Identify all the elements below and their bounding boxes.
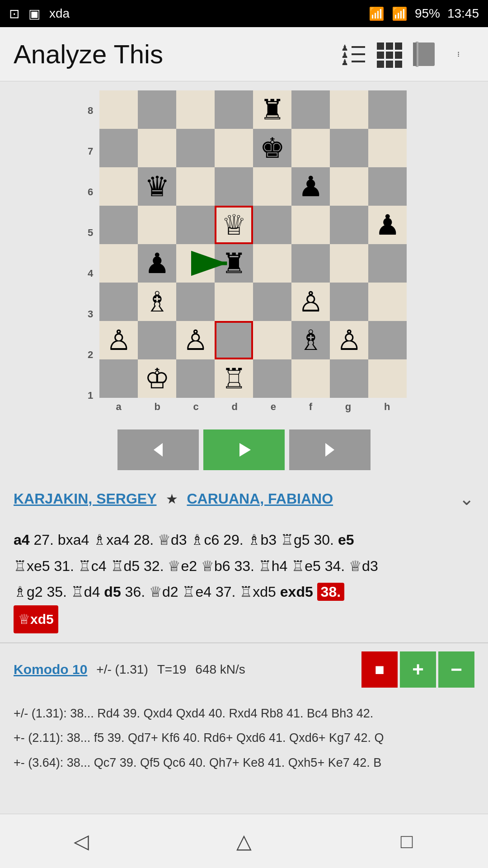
cell-g6[interactable]: [330, 167, 368, 206]
cell-h3[interactable]: [368, 283, 407, 321]
move-qe2[interactable]: ♕e2: [168, 558, 197, 574]
piece-a2[interactable]: ♙: [106, 326, 131, 354]
piece-d5[interactable]: ♕: [221, 211, 247, 239]
piece-b1[interactable]: ♔: [145, 365, 170, 393]
move-qd3[interactable]: ♕d3: [158, 532, 187, 548]
move-bxa4[interactable]: bxa4: [58, 532, 89, 548]
move-exd5[interactable]: exd5: [280, 584, 313, 600]
cell-g4[interactable]: [330, 244, 368, 283]
move-rd4[interactable]: ♖d4: [71, 584, 100, 600]
white-player-name[interactable]: KARJAKIN, SERGEY: [14, 491, 157, 507]
cell-h4[interactable]: [368, 244, 407, 283]
cell-f4[interactable]: [291, 244, 330, 283]
back-button[interactable]: ◁: [59, 819, 104, 864]
cell-d4[interactable]: ♜: [215, 244, 253, 283]
cell-f8[interactable]: [291, 90, 330, 129]
piece-e7[interactable]: ♚: [260, 134, 285, 162]
move-qd2[interactable]: ♕d2: [149, 584, 178, 600]
cell-d6[interactable]: [215, 167, 253, 206]
play-button[interactable]: [203, 429, 285, 470]
move-bc6[interactable]: ♗c6: [191, 532, 219, 548]
cell-f5[interactable]: [291, 206, 330, 244]
cell-c2[interactable]: ♙: [176, 321, 215, 359]
cell-g1[interactable]: [330, 359, 368, 398]
cell-c6[interactable]: [176, 167, 215, 206]
cell-f2[interactable]: ♗: [291, 321, 330, 359]
cell-f3[interactable]: ♙: [291, 283, 330, 321]
cell-e2[interactable]: [253, 321, 291, 359]
cell-f7[interactable]: [291, 129, 330, 167]
cell-b4[interactable]: ♟: [138, 244, 176, 283]
move-rxd5[interactable]: ♖xd5: [239, 584, 276, 600]
cell-b3[interactable]: ♗: [138, 283, 176, 321]
recents-button[interactable]: □: [384, 819, 429, 864]
cell-c1[interactable]: [176, 359, 215, 398]
cell-b2[interactable]: [138, 321, 176, 359]
cell-f1[interactable]: [291, 359, 330, 398]
cell-a4[interactable]: [99, 244, 138, 283]
piece-d4[interactable]: ♜: [221, 250, 247, 278]
piece-b6[interactable]: ♛: [145, 173, 170, 201]
piece-f3[interactable]: ♙: [298, 288, 324, 316]
move-rc4[interactable]: ♖c4: [78, 558, 107, 574]
cell-c8[interactable]: [176, 90, 215, 129]
piece-f2[interactable]: ♗: [298, 326, 324, 354]
prev-button[interactable]: [117, 429, 199, 470]
cell-e7[interactable]: ♚: [253, 129, 291, 167]
cell-d5[interactable]: ♕: [215, 206, 253, 244]
pieces-list-button[interactable]: ♟ ♟ ♟: [339, 41, 366, 68]
move-qb6[interactable]: ♕b6: [201, 558, 230, 574]
cell-b8[interactable]: [138, 90, 176, 129]
piece-c2[interactable]: ♙: [183, 326, 208, 354]
cell-e4[interactable]: [253, 244, 291, 283]
cell-d7[interactable]: [215, 129, 253, 167]
cell-c7[interactable]: [176, 129, 215, 167]
more-options-button[interactable]: [447, 41, 474, 68]
move-qd3b[interactable]: ♕d3: [349, 558, 378, 574]
black-player-name[interactable]: CARUANA, FABIANO: [187, 491, 333, 507]
move-rxe5[interactable]: ♖xe5: [14, 558, 50, 574]
cell-d3[interactable]: [215, 283, 253, 321]
book-button[interactable]: [411, 41, 438, 68]
cell-a6[interactable]: [99, 167, 138, 206]
cell-h8[interactable]: [368, 90, 407, 129]
cell-b7[interactable]: [138, 129, 176, 167]
cell-e5[interactable]: [253, 206, 291, 244]
move-re5[interactable]: ♖e5: [291, 558, 321, 574]
cell-a2[interactable]: ♙: [99, 321, 138, 359]
engine-stop-button[interactable]: ■: [361, 651, 398, 688]
piece-g2[interactable]: ♙: [337, 326, 362, 354]
move-rh4[interactable]: ♖h4: [258, 558, 288, 574]
engine-plus-button[interactable]: +: [400, 651, 436, 688]
cell-f6[interactable]: ♟: [291, 167, 330, 206]
piece-d1[interactable]: ♖: [221, 365, 247, 393]
cell-h1[interactable]: [368, 359, 407, 398]
cell-d1[interactable]: ♖: [215, 359, 253, 398]
move-e5[interactable]: e5: [338, 532, 354, 548]
move-re4[interactable]: ♖e4: [182, 584, 211, 600]
cell-g5[interactable]: [330, 206, 368, 244]
cell-a5[interactable]: [99, 206, 138, 244]
piece-b4[interactable]: ♟: [145, 250, 170, 278]
collapse-button[interactable]: ⌄: [459, 488, 474, 509]
cell-e1[interactable]: [253, 359, 291, 398]
move-rg5[interactable]: ♖g5: [281, 532, 310, 548]
cell-c3[interactable]: [176, 283, 215, 321]
move-bg2[interactable]: ♗g2: [14, 584, 43, 600]
cell-h6[interactable]: [368, 167, 407, 206]
cell-g8[interactable]: [330, 90, 368, 129]
cell-b1[interactable]: ♔: [138, 359, 176, 398]
piece-h5[interactable]: ♟: [375, 211, 400, 239]
cell-a7[interactable]: [99, 129, 138, 167]
cell-e6[interactable]: [253, 167, 291, 206]
cell-h2[interactable]: [368, 321, 407, 359]
next-button[interactable]: [289, 429, 371, 470]
grid-button[interactable]: [375, 41, 402, 68]
move-bb3[interactable]: ♗b3: [248, 532, 277, 548]
home-button[interactable]: △: [221, 819, 267, 864]
move-rd5[interactable]: ♖d5: [111, 558, 140, 574]
cell-g7[interactable]: [330, 129, 368, 167]
cell-g2[interactable]: ♙: [330, 321, 368, 359]
move-38-highlight[interactable]: 38.: [317, 583, 344, 601]
piece-f6[interactable]: ♟: [298, 173, 324, 201]
